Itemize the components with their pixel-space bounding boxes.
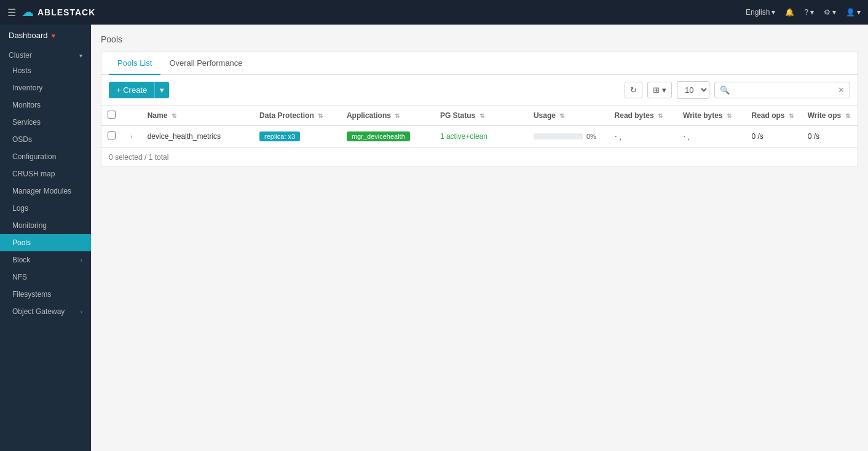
sidebar-item-block[interactable]: Block › [0, 251, 91, 269]
cluster-label: Cluster [9, 51, 32, 60]
read-ops-sort-icon: ⇅ [789, 112, 794, 119]
page-title: Pools [101, 34, 858, 44]
pools-table: Name ⇅ Data Protection ⇅ Applications ⇅ [101, 106, 858, 147]
table-footer: 0 selected / 1 total [101, 147, 858, 167]
pg-status-value: 1 active+clean [440, 132, 487, 141]
columns-caret: ▾ [662, 85, 666, 95]
bell-icon: 🔔 [785, 8, 794, 17]
create-dropdown-arrow[interactable]: ▾ [154, 82, 169, 98]
cluster-chevron-icon: ▾ [79, 52, 82, 59]
tabs-bar: Pools List Overall Performance [101, 52, 858, 75]
row-expand-cell[interactable]: › [122, 126, 141, 147]
sidebar-label-object-gateway: Object Gateway [12, 307, 65, 316]
page-size-select[interactable]: 10 25 50 [677, 81, 709, 99]
col-header-write-ops[interactable]: Write ops ⇅ [802, 106, 858, 126]
object-gateway-chevron-icon: › [81, 308, 82, 315]
row-data-protection-cell: replica: x3 [253, 126, 341, 147]
sidebar-label-osds: OSDs [12, 135, 32, 144]
write-bytes-spark: · [683, 131, 685, 141]
sidebar-item-services[interactable]: Services [0, 114, 91, 131]
col-header-write-bytes[interactable]: Write bytes ⇅ [677, 106, 745, 126]
table-row: › device_health_metrics replica: x3 mgr_… [101, 126, 858, 147]
sidebar-item-object-gateway[interactable]: Object Gateway › [0, 303, 91, 320]
data-protection-sort-icon: ⇅ [318, 112, 323, 119]
question-icon: ? [804, 8, 808, 17]
settings-button[interactable]: ⚙ ▾ [824, 8, 836, 17]
col-header-checkbox[interactable] [101, 106, 122, 126]
selection-summary: 0 selected / 1 total [109, 153, 168, 162]
refresh-button[interactable]: ↻ [625, 82, 642, 98]
sidebar-label-hosts: Hosts [12, 66, 31, 75]
sidebar-item-monitoring[interactable]: Monitoring [0, 217, 91, 234]
applications-sort-icon: ⇅ [395, 112, 400, 119]
usage-bar-wrap: 0% [534, 133, 602, 140]
col-header-expand [122, 106, 141, 126]
sidebar-item-monitors[interactable]: Monitors [0, 96, 91, 114]
sidebar-item-manager-modules[interactable]: Manager Modules [0, 182, 91, 200]
search-wrap: 🔍 ✕ [714, 82, 850, 98]
row-expand-icon[interactable]: › [128, 131, 135, 141]
write-bytes-sort-icon: ⇅ [727, 112, 732, 119]
dashboard-label: Dashboard [9, 31, 48, 40]
col-header-read-bytes[interactable]: Read bytes ⇅ [609, 106, 677, 126]
navbar-right: English ▾ 🔔 ? ▾ ⚙ ▾ 👤 ▾ [746, 8, 861, 17]
row-checkbox-cell[interactable] [101, 126, 122, 147]
table-body: › device_health_metrics replica: x3 mgr_… [101, 126, 858, 147]
sidebar-label-block: Block [12, 256, 30, 264]
create-button[interactable]: + Create ▾ [109, 82, 169, 98]
language-label: English [746, 8, 770, 17]
help-button[interactable]: ? ▾ [804, 8, 814, 17]
block-chevron-icon: › [81, 257, 82, 264]
settings-caret: ▾ [832, 8, 836, 17]
toolbar: + Create ▾ ↻ ⊞ ▾ 10 25 50 🔍 [101, 75, 858, 106]
row-read-ops-cell: 0 /s [746, 126, 802, 147]
sidebar-item-dashboard[interactable]: Dashboard ♥ [0, 25, 91, 46]
user-icon: 👤 [846, 8, 855, 17]
search-input[interactable] [735, 82, 833, 98]
row-checkbox[interactable] [108, 131, 116, 139]
navbar-left: ☰ ☁ ABLESTACK [7, 6, 95, 19]
col-header-name[interactable]: Name ⇅ [141, 106, 253, 126]
row-name-cell: device_health_metrics [141, 126, 253, 147]
sidebar-item-filesystems[interactable]: Filesystems [0, 286, 91, 303]
cloud-icon: ☁ [22, 6, 34, 19]
main-layout: Dashboard ♥ Cluster ▾ Hosts Inventory Mo… [0, 25, 868, 451]
col-header-read-ops[interactable]: Read ops ⇅ [746, 106, 802, 126]
col-header-pg-status[interactable]: PG Status ⇅ [434, 106, 527, 126]
hamburger-icon[interactable]: ☰ [7, 7, 16, 18]
search-clear-button[interactable]: ✕ [833, 82, 850, 98]
columns-button[interactable]: ⊞ ▾ [647, 82, 672, 98]
sidebar-item-configuration[interactable]: Configuration [0, 148, 91, 165]
write-ops-sort-icon: ⇅ [845, 112, 850, 119]
sidebar-item-pools[interactable]: Pools [0, 234, 91, 251]
notifications-button[interactable]: 🔔 [785, 8, 794, 17]
sidebar-item-nfs[interactable]: NFS [0, 269, 91, 286]
tab-overall-performance[interactable]: Overall Performance [160, 52, 251, 75]
row-write-bytes-cell: · , [677, 126, 745, 147]
sidebar-label-monitoring: Monitoring [12, 221, 47, 230]
usage-sort-icon: ⇅ [559, 112, 564, 119]
sidebar-item-hosts[interactable]: Hosts [0, 62, 91, 79]
select-all-checkbox[interactable] [108, 111, 116, 119]
create-main-label: + Create [109, 82, 154, 98]
tab-pools-list[interactable]: Pools List [109, 52, 160, 75]
col-header-usage[interactable]: Usage ⇅ [527, 106, 609, 126]
sidebar-item-crush-map[interactable]: CRUSH map [0, 165, 91, 182]
col-header-applications[interactable]: Applications ⇅ [341, 106, 434, 126]
row-write-ops-cell: 0 /s [802, 126, 858, 147]
cluster-section-header[interactable]: Cluster ▾ [0, 46, 91, 62]
refresh-icon: ↻ [630, 85, 637, 95]
col-header-data-protection[interactable]: Data Protection ⇅ [253, 106, 341, 126]
language-selector[interactable]: English ▾ [746, 8, 775, 17]
usage-bar-bg [534, 133, 583, 139]
sidebar-label-services: Services [12, 118, 41, 127]
row-read-bytes-cell: · , [609, 126, 677, 147]
sidebar-item-inventory[interactable]: Inventory [0, 79, 91, 96]
sidebar-item-logs[interactable]: Logs [0, 200, 91, 217]
sidebar-item-osds[interactable]: OSDs [0, 131, 91, 148]
sidebar-label-nfs: NFS [12, 273, 27, 281]
user-button[interactable]: 👤 ▾ [846, 8, 861, 17]
heart-icon: ♥ [52, 32, 56, 39]
main-card: Pools List Overall Performance + Create … [101, 52, 858, 167]
usage-percent: 0% [586, 133, 596, 140]
